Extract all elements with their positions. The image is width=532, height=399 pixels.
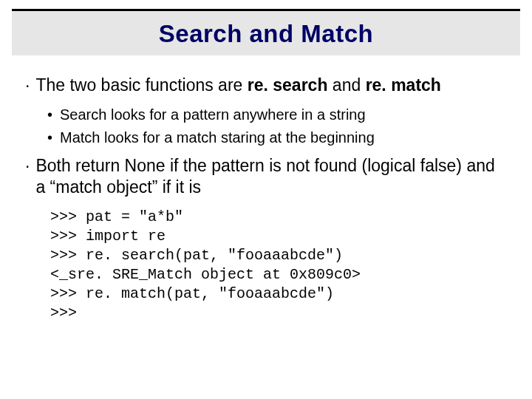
text-bold: re. search [248, 75, 328, 95]
text-run: The two basic functions are [35, 75, 247, 95]
sub-bullet-text: Match looks for a match staring at the b… [60, 128, 375, 148]
code-line: <_sre. SRE_Match object at 0x809c0> [50, 266, 361, 283]
bullet-marker-icon: • [47, 105, 52, 125]
code-line: >>> [50, 304, 77, 321]
code-line: >>> import re [50, 228, 166, 245]
sub-bullet-text: Search looks for a pattern anywhere in a… [60, 105, 366, 125]
slide-body: · The two basic functions are re. search… [0, 55, 532, 323]
code-line: >>> re. match(pat, "fooaaabcde") [50, 285, 334, 302]
title-banner: Search and Match [12, 9, 520, 55]
code-line: >>> pat = "a*b" [50, 208, 183, 225]
text-run: Both return None if the pattern is not f… [35, 156, 494, 197]
bullet-marker-icon: · [25, 155, 30, 177]
text-run: and [327, 75, 365, 95]
sub-bullet-group: • Search looks for a pattern anywhere in… [27, 105, 505, 148]
slide-title: Search and Match [12, 20, 520, 48]
sub-bullet-item: • Match looks for a match staring at the… [47, 128, 505, 148]
bullet-text: The two basic functions are re. search a… [35, 75, 505, 96]
sub-bullet-item: • Search looks for a pattern anywhere in… [47, 105, 505, 125]
code-line: >>> re. search(pat, "fooaaabcde") [50, 247, 343, 264]
code-block: >>> pat = "a*b" >>> import re >>> re. se… [50, 208, 505, 323]
bullet-marker-icon: · [25, 75, 30, 96]
bullet-item: · The two basic functions are re. search… [27, 75, 505, 96]
text-bold: re. match [366, 75, 441, 95]
bullet-item: · Both return None if the pattern is not… [27, 155, 505, 198]
bullet-text: Both return None if the pattern is not f… [35, 155, 505, 198]
bullet-marker-icon: • [47, 128, 52, 148]
